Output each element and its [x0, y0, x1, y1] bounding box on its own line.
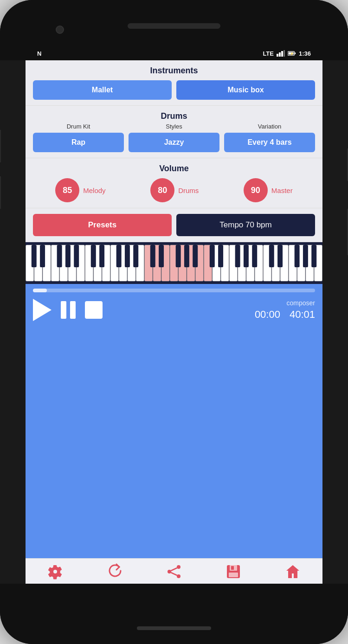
svg-rect-53	[150, 245, 155, 267]
stop-button[interactable]	[85, 301, 103, 319]
svg-rect-52	[133, 245, 138, 267]
instruments-buttons: Mallet Music box	[33, 80, 315, 100]
piano-keyboard[interactable]: /* rendered below */	[26, 244, 322, 282]
every-bars-button[interactable]: Every 4 bars	[224, 133, 315, 152]
progress-bar-inner	[33, 289, 47, 292]
svg-rect-59	[218, 245, 223, 267]
instruments-section: Instruments Mallet Music box	[26, 60, 322, 106]
svg-rect-1	[279, 52, 281, 57]
network-indicator: N	[37, 50, 41, 57]
music-box-button[interactable]: Music box	[176, 80, 315, 100]
jazzy-button[interactable]: Jazzy	[129, 133, 219, 152]
status-bar: N LTE ⚡ 1:36	[37, 46, 311, 60]
svg-rect-58	[210, 245, 215, 267]
volume-row: 85 Melody 80 Drums 90 Master	[33, 178, 315, 202]
svg-point-70	[177, 574, 180, 578]
svg-rect-51	[125, 245, 130, 267]
svg-rect-47	[74, 245, 79, 267]
svg-rect-48	[91, 245, 96, 267]
drums-volume: 80 Drums	[150, 178, 199, 202]
svg-rect-0	[277, 54, 278, 57]
svg-rect-57	[193, 245, 198, 267]
master-circle[interactable]: 90	[244, 178, 268, 202]
progress-bar-outer[interactable]	[33, 289, 315, 292]
melody-volume: 85 Melody	[55, 178, 105, 202]
phone-bottom-bar	[0, 584, 348, 644]
home-icon[interactable]	[284, 563, 301, 580]
svg-rect-75	[229, 573, 238, 577]
svg-rect-61	[244, 245, 249, 267]
status-right: LTE ⚡ 1:36	[263, 50, 311, 57]
svg-rect-66	[303, 245, 308, 267]
play-button[interactable]	[33, 299, 52, 321]
signal-icon	[277, 50, 285, 57]
master-label: Master	[271, 187, 293, 194]
speaker	[128, 23, 220, 29]
drum-kit-label: Drum Kit	[33, 123, 124, 130]
drums-section: Drums Drum Kit Styles Variation Rap Jazz…	[26, 106, 322, 158]
svg-line-72	[171, 573, 177, 575]
player-section: composer 00:00 40:01	[26, 284, 322, 558]
master-volume: 90 Master	[244, 178, 293, 202]
svg-rect-67	[311, 245, 316, 267]
volume-up-button[interactable]	[0, 130, 1, 162]
pause-button[interactable]	[61, 301, 76, 319]
svg-rect-50	[116, 245, 122, 267]
drums-circle[interactable]: 80	[150, 178, 174, 202]
composer-label: composer	[255, 299, 315, 307]
svg-rect-46	[65, 245, 71, 267]
drums-title: Drums	[33, 111, 315, 121]
variation-label: Variation	[224, 123, 315, 130]
home-indicator	[137, 626, 211, 630]
volume-title: Volume	[33, 164, 315, 174]
camera	[56, 26, 64, 34]
svg-rect-62	[252, 245, 257, 267]
clock: 1:36	[299, 50, 311, 57]
player-info: composer 00:00 40:01	[255, 299, 315, 321]
presets-section: Presets Tempo 70 bpm	[26, 208, 322, 242]
time-total: 40:01	[290, 309, 315, 321]
pause-bar-right	[70, 301, 76, 319]
svg-rect-2	[281, 51, 283, 57]
screen: Instruments Mallet Music box Drums Drum …	[26, 60, 322, 584]
svg-rect-56	[184, 245, 189, 267]
presets-button[interactable]: Presets	[33, 214, 172, 236]
svg-rect-43	[32, 245, 37, 267]
svg-text:⚡: ⚡	[290, 52, 294, 56]
piano-section[interactable]: /* rendered below */	[26, 242, 322, 284]
volume-down-button[interactable]	[0, 176, 1, 209]
svg-rect-76	[231, 566, 234, 570]
rap-button[interactable]: Rap	[33, 133, 124, 152]
phone-device: N LTE ⚡ 1:36 Instruments Mallet	[0, 0, 348, 644]
svg-rect-5	[295, 52, 296, 54]
svg-rect-65	[295, 245, 300, 267]
lte-label: LTE	[263, 50, 274, 57]
svg-rect-44	[40, 245, 45, 267]
svg-rect-45	[57, 245, 62, 267]
svg-line-71	[171, 568, 177, 571]
settings-icon[interactable]	[47, 563, 64, 580]
svg-point-68	[177, 565, 180, 569]
styles-label: Styles	[129, 123, 219, 130]
melody-circle[interactable]: 85	[55, 178, 79, 202]
refresh-icon[interactable]	[106, 563, 123, 580]
time-row: 00:00 40:01	[255, 309, 315, 321]
save-icon[interactable]	[225, 563, 242, 580]
svg-rect-3	[284, 50, 285, 57]
svg-rect-64	[277, 245, 283, 267]
drums-label: Drums	[178, 187, 199, 194]
share-icon[interactable]	[166, 563, 182, 580]
time-current: 00:00	[255, 309, 280, 321]
player-controls: composer 00:00 40:01	[33, 299, 315, 321]
battery-icon: ⚡	[288, 50, 296, 57]
instruments-title: Instruments	[33, 66, 315, 76]
drums-column-labels: Drum Kit Styles Variation	[33, 123, 315, 130]
bottom-toolbar	[26, 558, 322, 584]
mallet-button[interactable]: Mallet	[33, 80, 172, 100]
pause-bar-left	[61, 301, 66, 319]
svg-rect-55	[176, 245, 181, 267]
volume-section: Volume 85 Melody 80 Drums 90 Master	[26, 158, 322, 208]
tempo-button[interactable]: Tempo 70 bpm	[176, 214, 315, 236]
svg-rect-63	[269, 245, 274, 267]
drums-buttons: Rap Jazzy Every 4 bars	[33, 133, 315, 152]
